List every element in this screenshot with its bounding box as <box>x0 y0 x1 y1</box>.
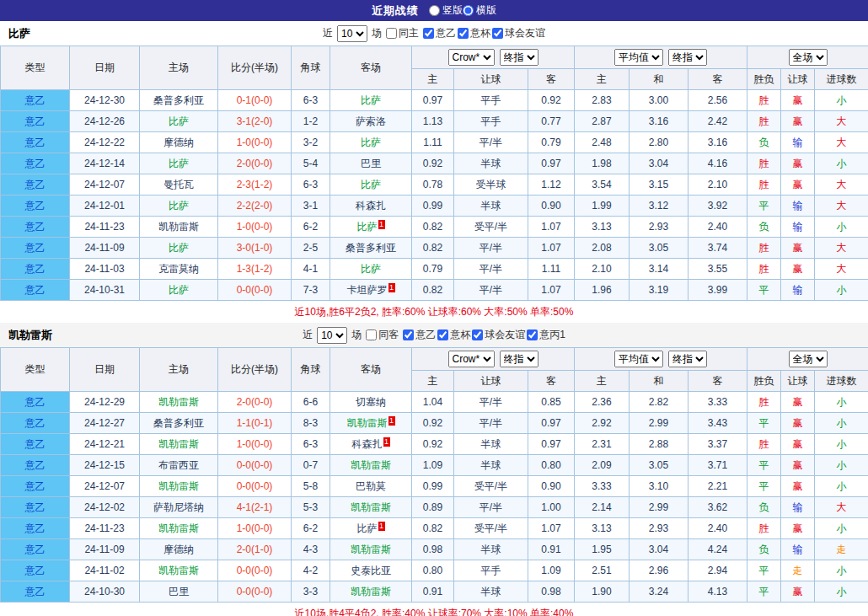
cell-home: 凯勒雷斯 <box>140 518 218 539</box>
team-name: 凯勒雷斯 <box>158 221 199 233</box>
subcol-goals: 进球数 <box>815 371 868 392</box>
subcol-home-odds: 主 <box>412 371 454 392</box>
cell-date: 24-11-23 <box>70 518 140 539</box>
league-checkbox-input[interactable] <box>437 329 448 340</box>
match-row: 意乙24-12-01比萨2-2(2-0)3-1科森扎0.99半球0.901.99… <box>1 196 868 217</box>
match-row: 意乙24-11-09摩德纳2-0(1-0)4-3凯勒雷斯0.98半球0.911.… <box>1 539 868 560</box>
cell-avg-draw: 2.93 <box>630 217 689 238</box>
cell-avg-draw: 2.99 <box>630 497 689 518</box>
layout-radio-横版[interactable]: 横版 <box>463 3 496 18</box>
cell-avg-away: 3.99 <box>689 280 747 301</box>
cell-score: 0-0(0-0) <box>218 455 292 476</box>
league-checkbox-input[interactable] <box>492 28 503 39</box>
cell-avg-away: 2.21 <box>689 476 747 497</box>
cell-result-goals: 大 <box>815 111 868 132</box>
red-card-badge: 1 <box>378 220 385 229</box>
scope-select[interactable]: 全场 <box>789 49 828 66</box>
match-row: 意乙24-10-30巴里0-0(0-0)3-3凯勒雷斯0.91半球0.981.9… <box>1 581 868 603</box>
cell-result-goals: 小 <box>815 455 868 476</box>
filter-count-select[interactable]: 10 <box>317 327 347 344</box>
filter-same-checkbox[interactable]: 同客 <box>366 328 399 342</box>
subcol-avg-away: 客 <box>689 371 747 392</box>
cell-avg-away: 3.33 <box>689 392 747 413</box>
cell-home: 凯勒雷斯 <box>140 217 218 238</box>
avg-final-select[interactable]: 终指 <box>668 49 707 66</box>
cell-corner: 4-3 <box>292 539 330 560</box>
filter-league-checkbox[interactable]: 意丙1 <box>527 328 565 342</box>
cell-score: 2-0(0-0) <box>218 392 292 413</box>
filter-league-checkbox[interactable]: 意乙 <box>403 328 436 342</box>
cell-odds-home: 1.09 <box>412 455 454 476</box>
filter-league-checkbox[interactable]: 意乙 <box>423 26 456 40</box>
cell-odds-home: 0.79 <box>412 259 454 280</box>
cell-odds-handicap: 平/半 <box>454 413 528 434</box>
match-row: 意乙24-10-31比萨0-0(0-0)7-3卡坦萨罗10.82平/半1.071… <box>1 280 868 301</box>
cell-result-handicap: 输 <box>781 132 815 153</box>
cell-avg-draw: 2.99 <box>630 413 689 434</box>
cell-date: 24-12-07 <box>70 174 140 196</box>
cell-league: 意乙 <box>1 434 70 455</box>
cell-away: 比萨1 <box>330 518 412 539</box>
cell-corner: 4-1 <box>292 259 330 280</box>
league-checkbox-input[interactable] <box>423 28 434 39</box>
cell-away: 凯勒雷斯 <box>330 539 412 560</box>
odds-final-select[interactable]: 终指 <box>500 49 538 66</box>
avg-final-select[interactable]: 终指 <box>668 351 707 367</box>
cell-away: 凯勒雷斯1 <box>330 413 412 434</box>
cell-odds-away: 0.97 <box>528 153 575 174</box>
odds-final-select[interactable]: 终指 <box>500 351 538 367</box>
filter-league-checkbox[interactable]: 意杯 <box>458 26 490 40</box>
cell-avg-home: 3.13 <box>575 518 630 539</box>
cell-result-handicap: 赢 <box>781 518 815 539</box>
cell-avg-away: 3.37 <box>689 434 747 455</box>
cell-home: 凯勒雷斯 <box>140 392 218 413</box>
league-checkbox-input[interactable] <box>472 329 483 340</box>
topbar: 近期战绩 竖版横版 <box>0 0 868 21</box>
team-name: 萨索洛 <box>356 115 386 127</box>
layout-radio-竖版[interactable]: 竖版 <box>429 3 463 18</box>
cell-home: 凯勒雷斯 <box>140 560 218 581</box>
team-name: 凯勒雷斯 <box>351 544 391 555</box>
cell-corner: 5-4 <box>292 153 330 174</box>
filter-league-checkbox[interactable]: 意杯 <box>437 328 470 342</box>
cell-odds-handicap: 受半球 <box>454 174 528 196</box>
league-checkbox-input[interactable] <box>527 329 538 340</box>
cell-away: 比萨1 <box>330 217 412 238</box>
odds-company-select[interactable]: Crow* <box>448 351 495 367</box>
layout-radio-input[interactable] <box>429 5 440 16</box>
layout-radio-input[interactable] <box>463 5 474 16</box>
cell-result-goals: 大 <box>815 132 868 153</box>
odds-company-select[interactable]: Crow* <box>448 49 495 66</box>
cell-league: 意乙 <box>1 560 70 581</box>
cell-result-wdl: 胜 <box>747 90 781 111</box>
filter-count-select[interactable]: 10 <box>337 25 367 42</box>
matches-table-2: 类型 日期 主场 比分(半场) 角球 客场 Crow* 终指 平均值 终指 <box>0 347 868 603</box>
cell-result-wdl: 负 <box>747 132 781 153</box>
cell-league: 意乙 <box>1 90 70 111</box>
cell-league: 意乙 <box>1 518 70 539</box>
cell-result-wdl: 胜 <box>747 174 781 196</box>
filter-league-checkbox[interactable]: 球会友谊 <box>492 26 545 40</box>
cell-result-wdl: 平 <box>747 413 781 434</box>
avg-select[interactable]: 平均值 <box>614 351 663 367</box>
cell-odds-away: 0.80 <box>528 455 575 476</box>
cell-result-wdl: 平 <box>747 560 781 581</box>
league-checkbox-input[interactable] <box>458 28 469 39</box>
cell-odds-away: 1.07 <box>528 518 575 539</box>
cell-score: 3-0(1-0) <box>218 238 292 259</box>
avg-select[interactable]: 平均值 <box>614 49 663 66</box>
cell-result-goals: 走 <box>815 539 868 560</box>
cell-score: 0-0(0-0) <box>218 280 292 301</box>
col-score: 比分(半场) <box>218 348 292 392</box>
match-row: 意乙24-12-15布雷西亚0-0(0-0)0-7凯勒雷斯1.09半球0.802… <box>1 455 868 476</box>
scope-select[interactable]: 全场 <box>789 351 828 367</box>
same-checkbox-input[interactable] <box>386 28 397 39</box>
filter-league-checkbox[interactable]: 球会友谊 <box>472 328 525 342</box>
league-checkbox-input[interactable] <box>403 329 414 340</box>
team-name: 巴勒莫 <box>356 480 386 492</box>
filter-same-checkbox[interactable]: 同主 <box>386 26 419 40</box>
cell-date: 24-11-09 <box>70 539 140 560</box>
same-checkbox-input[interactable] <box>366 329 377 340</box>
cell-home: 摩德纳 <box>140 539 218 560</box>
cell-result-goals: 大 <box>815 497 868 518</box>
